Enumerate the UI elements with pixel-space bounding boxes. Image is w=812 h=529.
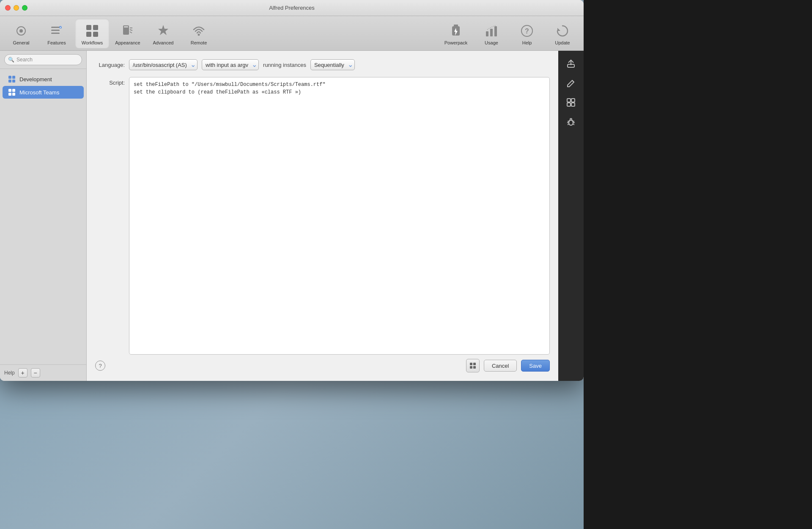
appearance-label: Appearance [115, 40, 140, 45]
advanced-icon [156, 23, 171, 39]
sidebar-item-development[interactable]: Development [3, 73, 84, 85]
svg-rect-9 [93, 32, 98, 37]
window-controls [5, 5, 27, 11]
svg-marker-25 [557, 28, 560, 31]
script-label: Script: [95, 77, 125, 355]
share-button[interactable] [562, 55, 579, 72]
workflows-label: Workflows [82, 40, 103, 45]
svg-rect-11 [124, 26, 128, 28]
advanced-label: Advanced [153, 40, 174, 45]
svg-rect-37 [473, 366, 476, 369]
svg-rect-7 [93, 25, 98, 30]
svg-rect-22 [494, 26, 497, 36]
language-select[interactable]: /usr/bin/osascript (AS) [129, 59, 198, 70]
svg-rect-36 [470, 366, 472, 369]
toolbar-item-general[interactable]: General [4, 19, 38, 48]
toolbar-item-update[interactable]: Update [546, 19, 579, 48]
svg-rect-33 [12, 93, 15, 96]
toolbar-item-advanced[interactable]: Advanced [146, 19, 180, 48]
help-button[interactable]: ? [95, 361, 105, 371]
features-icon [49, 23, 64, 39]
cancel-button[interactable]: Cancel [484, 360, 517, 372]
svg-line-50 [573, 124, 574, 125]
maximize-button[interactable] [22, 5, 27, 11]
save-button[interactable]: Save [521, 360, 550, 372]
main-toolbar: General Features [0, 16, 584, 51]
running-label: running instances [263, 62, 306, 68]
toolbar-item-powerpack[interactable]: Powerpack [439, 19, 473, 48]
usage-label: Usage [485, 40, 498, 45]
svg-rect-31 [12, 89, 15, 92]
sequentially-select-wrapper: Sequentially ⌄ [310, 59, 355, 70]
appearance-icon [120, 23, 135, 39]
action-bar: ? Cancel Save [95, 355, 550, 372]
right-panel [584, 0, 812, 529]
toolbar-item-usage[interactable]: Usage [475, 19, 508, 48]
general-label: General [13, 40, 29, 45]
svg-rect-26 [8, 76, 11, 79]
svg-rect-8 [86, 32, 91, 37]
help-label: Help [522, 40, 532, 45]
powerpack-label: Powerpack [444, 40, 467, 45]
add-workflow-button[interactable]: + [18, 368, 27, 377]
right-icon-toolbar [558, 51, 584, 381]
svg-rect-28 [8, 80, 11, 83]
remove-workflow-button[interactable]: − [31, 368, 40, 377]
search-box[interactable]: 🔍 Search [4, 54, 82, 65]
svg-rect-3 [51, 30, 60, 31]
toolbar-item-remote[interactable]: Remote [182, 19, 216, 48]
language-row: Language: /usr/bin/osascript (AS) ⌄ with… [95, 59, 550, 70]
svg-rect-32 [8, 93, 11, 96]
titlebar: Alfred Preferences [0, 0, 584, 16]
main-content: 🔍 Search Development [0, 51, 584, 381]
script-row: Script: [95, 77, 550, 355]
svg-rect-6 [86, 25, 91, 30]
grid-view-button[interactable] [466, 359, 480, 372]
sidebar-item-microsoft-teams[interactable]: Microsoft Teams [3, 86, 84, 99]
action-buttons: Cancel Save [466, 359, 550, 372]
close-button[interactable] [5, 5, 11, 11]
toolbar-item-features[interactable]: Features [40, 19, 74, 48]
minimize-button[interactable] [14, 5, 19, 11]
script-editor[interactable] [129, 77, 550, 355]
svg-rect-20 [486, 31, 488, 36]
microsoft-teams-icon [8, 88, 16, 96]
sidebar-item-microsoft-teams-label: Microsoft Teams [19, 89, 59, 96]
svg-rect-39 [567, 99, 571, 102]
svg-rect-34 [470, 363, 472, 365]
sequentially-select[interactable]: Sequentially [310, 59, 355, 70]
search-container: 🔍 Search [0, 51, 86, 69]
search-input[interactable]: Search [16, 57, 78, 63]
edit-button[interactable] [562, 74, 579, 91]
sidebar-footer: Help + − [0, 364, 86, 381]
update-label: Update [555, 40, 570, 45]
sidebar-list: Development Microsoft Teams [0, 69, 86, 364]
help-footer-label: Help [4, 370, 15, 376]
toolbar-item-help[interactable]: ? Help [510, 19, 544, 48]
remote-icon [191, 23, 206, 39]
input-select-wrapper: with input as argv ⌄ [202, 59, 259, 70]
update-icon [555, 23, 570, 39]
svg-rect-42 [571, 103, 575, 106]
language-label: Language: [95, 62, 125, 68]
svg-point-16 [198, 33, 200, 36]
powerpack-icon [448, 23, 464, 39]
debug-button[interactable] [562, 113, 579, 130]
input-select[interactable]: with input as argv [202, 59, 259, 70]
window-title: Alfred Preferences [269, 5, 315, 11]
toolbar-item-workflows[interactable]: Workflows [75, 19, 109, 48]
svg-line-14 [130, 32, 132, 33]
svg-rect-35 [473, 363, 476, 365]
sidebar: 🔍 Search Development [0, 51, 87, 381]
svg-line-49 [568, 124, 569, 125]
svg-rect-2 [51, 27, 60, 28]
svg-rect-41 [567, 103, 571, 106]
remote-label: Remote [191, 40, 207, 45]
usage-icon [484, 23, 499, 39]
toolbar-item-appearance[interactable]: Appearance [111, 19, 145, 48]
svg-rect-29 [12, 80, 15, 83]
svg-rect-27 [12, 76, 15, 79]
svg-text:?: ? [525, 28, 529, 35]
development-icon [8, 75, 16, 83]
add-block-button[interactable] [562, 94, 579, 111]
